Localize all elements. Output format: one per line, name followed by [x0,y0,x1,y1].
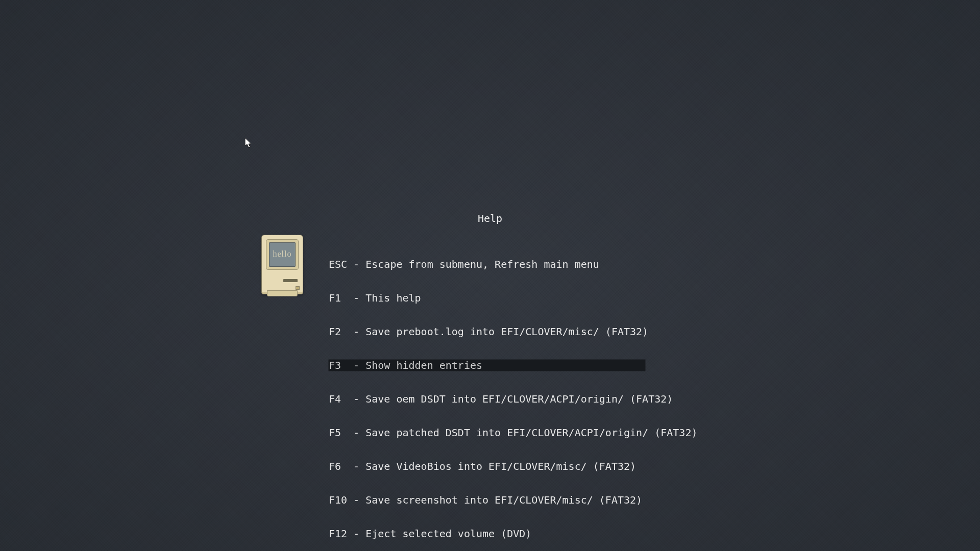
help-row-f4[interactable]: F4 - Save oem DSDT into EFI/CLOVER/ACPI/… [329,393,645,405]
help-row-f6[interactable]: F6 - Save VideoBios into EFI/CLOVER/misc… [329,461,645,472]
help-row-f2[interactable]: F2 - Save preboot.log into EFI/CLOVER/mi… [329,326,645,337]
svg-marker-0 [245,138,251,147]
help-row-f5[interactable]: F5 - Save patched DSDT into EFI/CLOVER/A… [329,427,645,438]
mouse-cursor-icon [245,138,253,149]
help-list: ESC - Escape from submenu, Refresh main … [329,236,645,551]
help-row-f12[interactable]: F12 - Eject selected volume (DVD) [329,528,645,539]
help-row-f3[interactable]: F3 - Show hidden entries [329,360,645,371]
help-row-f1[interactable]: F1 - This help [329,292,645,304]
classic-mac-icon: hello [261,235,302,296]
page-title: Help [0,212,980,224]
hello-text: hello [269,249,296,259]
help-row-f10[interactable]: F10 - Save screenshot into EFI/CLOVER/mi… [329,494,645,506]
help-row-esc[interactable]: ESC - Escape from submenu, Refresh main … [329,259,645,270]
